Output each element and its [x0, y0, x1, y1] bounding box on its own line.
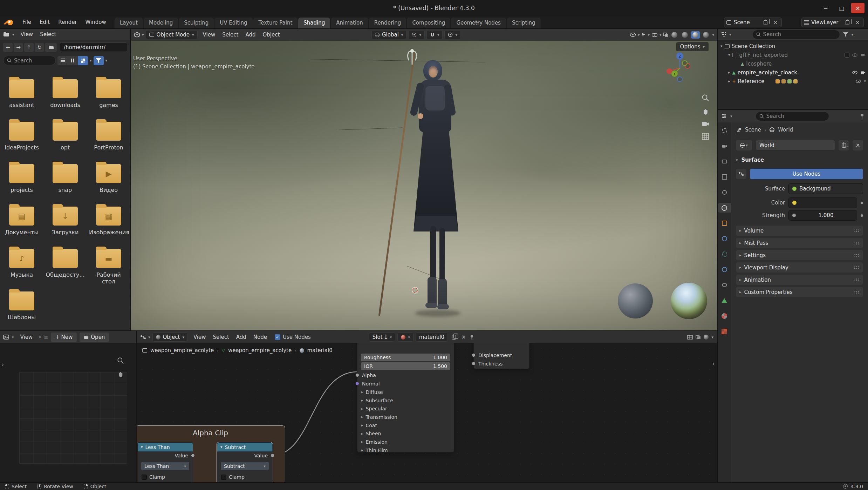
- outliner-search-input[interactable]: Search: [752, 30, 840, 39]
- panel-section-header[interactable]: ▸ Mist Pass: [736, 238, 863, 248]
- mode-selector[interactable]: Object Mode ▾: [146, 30, 198, 39]
- browse-material-button[interactable]: ▾: [397, 333, 414, 342]
- shading-ball-icon[interactable]: [704, 335, 709, 340]
- value-output-row[interactable]: Value: [138, 451, 193, 460]
- breadcrumb-world[interactable]: World: [778, 127, 793, 133]
- tab-constraints[interactable]: [718, 280, 731, 290]
- folder-item[interactable]: snap: [45, 164, 86, 207]
- snap-grid-icon[interactable]: [687, 335, 693, 340]
- viewport-menu-item[interactable]: View: [199, 30, 219, 39]
- shading-options-caret-icon[interactable]: ▾: [712, 33, 714, 37]
- world-name-field[interactable]: World: [756, 140, 835, 150]
- tab-particles[interactable]: [718, 249, 731, 259]
- node-math-subtract[interactable]: ▾ Subtract Value Subtract▾ Clamp Value1.…: [217, 442, 273, 482]
- folder-item[interactable]: PortProton: [88, 122, 129, 164]
- pan-hand-icon[interactable]: [702, 107, 709, 115]
- roughness-field[interactable]: Roughness1.000: [361, 354, 450, 361]
- editor-type-shader-icon[interactable]: [140, 335, 146, 340]
- blender-logo-icon[interactable]: [4, 19, 14, 26]
- display-size-caret-icon[interactable]: ▾: [90, 59, 92, 62]
- shader-menu-item[interactable]: Select: [210, 333, 233, 342]
- options-dropdown[interactable]: Options▾: [676, 42, 709, 51]
- character-model[interactable]: [401, 47, 471, 321]
- editor-type-properties-icon[interactable]: [721, 114, 727, 119]
- principled-section-row[interactable]: ▸Diffuse: [357, 388, 454, 396]
- folder-item[interactable]: ▬ Рабочий стол: [88, 249, 129, 291]
- use-nodes-checkbox[interactable]: ✓ Use Nodes: [275, 334, 311, 340]
- image-canvas-grid[interactable]: [19, 372, 127, 464]
- editor-type-caret-icon[interactable]: ▾: [12, 33, 14, 36]
- workspace-tab[interactable]: Scripting: [507, 18, 541, 28]
- tab-object-data[interactable]: [718, 296, 731, 305]
- workspace-tab[interactable]: Layout: [115, 18, 143, 28]
- menu-item[interactable]: Window: [81, 17, 110, 27]
- open-image-button[interactable]: Open: [80, 333, 109, 342]
- folder-item[interactable]: ♪ Музыка: [1, 249, 42, 291]
- display-mode-list-horizontal[interactable]: [68, 56, 78, 65]
- workspace-tab[interactable]: Rendering: [369, 18, 406, 28]
- viewport-menu-item[interactable]: Object: [259, 30, 283, 39]
- folder-item[interactable]: ↓ Загрузки: [45, 207, 86, 249]
- editor-type-caret-icon[interactable]: ▾: [142, 33, 144, 37]
- file-browser-menu-item[interactable]: Select: [36, 30, 60, 39]
- menu-collapse-icon[interactable]: ≡: [44, 334, 48, 340]
- new-material-button[interactable]: [450, 333, 458, 341]
- folder-item[interactable]: downloads: [45, 79, 86, 122]
- workspace-tab[interactable]: Sculpting: [179, 18, 214, 28]
- ior-field[interactable]: IOR1.500: [361, 362, 450, 370]
- drag-grip-icon[interactable]: [854, 229, 860, 232]
- surface-panel-header[interactable]: ▾ Surface: [736, 157, 863, 163]
- socket-icon[interactable]: [472, 353, 476, 357]
- node-header[interactable]: ▾ Less Than: [138, 443, 193, 451]
- hide-viewport-icon[interactable]: [852, 71, 857, 74]
- pin-icon[interactable]: [470, 335, 474, 340]
- browse-world-button[interactable]: ▾: [736, 140, 752, 150]
- xray-toggle-icon[interactable]: [663, 33, 668, 37]
- editor-type-caret-icon[interactable]: ▾: [12, 335, 14, 339]
- workspace-tab[interactable]: Compositing: [407, 18, 450, 28]
- socket-icon[interactable]: [472, 362, 476, 365]
- principled-section-row[interactable]: ▸Specular: [357, 404, 454, 413]
- drag-grip-icon[interactable]: [854, 278, 860, 281]
- outliner-row-gltf-collection[interactable]: ▾ glTF_not_exported: [718, 51, 868, 59]
- image-view-menu[interactable]: View: [17, 333, 36, 342]
- folder-item[interactable]: ▤ Документы: [1, 207, 42, 249]
- tab-world[interactable]: [718, 203, 731, 213]
- overlay-toggle-icon[interactable]: [696, 335, 701, 340]
- panel-section-header[interactable]: ▸ Animation: [736, 275, 863, 285]
- folder-item[interactable]: Шаблоны: [1, 291, 42, 330]
- unlink-world-button[interactable]: ×: [853, 140, 863, 150]
- material-slot-selector[interactable]: Slot 1▾: [369, 333, 396, 342]
- menu-item[interactable]: Edit: [35, 17, 54, 27]
- workspace-tab[interactable]: Texture Paint: [253, 18, 298, 28]
- displacement-input-row[interactable]: Displacement: [474, 351, 529, 360]
- editor-type-outliner-icon[interactable]: [721, 32, 726, 37]
- outliner-row-empire-acolyte-cloack[interactable]: ▸ ▲ empire_acolyte_cloack: [718, 68, 868, 77]
- node-header[interactable]: ▾ Subtract: [217, 443, 272, 451]
- panel-section-header[interactable]: ▸ Settings: [736, 250, 863, 260]
- socket-icon[interactable]: [355, 373, 359, 377]
- outliner-row-icosphere[interactable]: ▲ Icosphere: [718, 59, 868, 68]
- new-scene-button[interactable]: [761, 19, 769, 26]
- new-world-button[interactable]: [839, 140, 849, 150]
- menu-item[interactable]: File: [18, 17, 35, 27]
- principled-section-row[interactable]: ▸Emission: [357, 438, 454, 446]
- transform-orientation-selector[interactable]: Global ▾: [371, 30, 406, 39]
- folder-item[interactable]: Общедосту...: [45, 249, 86, 291]
- clamp-checkbox[interactable]: Clamp: [217, 472, 272, 482]
- disable-render-icon[interactable]: [860, 71, 866, 74]
- operation-dropdown[interactable]: Less Than▾: [141, 462, 190, 471]
- color-swatch[interactable]: [788, 197, 857, 208]
- principled-section-row[interactable]: ▸Transmission: [357, 413, 454, 421]
- tab-scene[interactable]: [718, 188, 731, 197]
- folder-item[interactable]: opt: [45, 122, 86, 164]
- principled-section-row[interactable]: ▸Thin Film: [357, 446, 454, 455]
- shader-menu-item[interactable]: Add: [233, 333, 250, 342]
- outliner-row-reference[interactable]: ▸ + Reference ▾: [718, 77, 868, 86]
- viewlayer-selector[interactable]: ViewLayer ×: [801, 18, 864, 27]
- filter-caret-icon[interactable]: ▾: [105, 59, 108, 62]
- socket-icon[interactable]: [191, 454, 195, 457]
- hide-viewport-icon[interactable]: [856, 80, 861, 83]
- shading-wireframe-icon[interactable]: [671, 32, 677, 38]
- hide-viewport-icon[interactable]: [852, 53, 857, 57]
